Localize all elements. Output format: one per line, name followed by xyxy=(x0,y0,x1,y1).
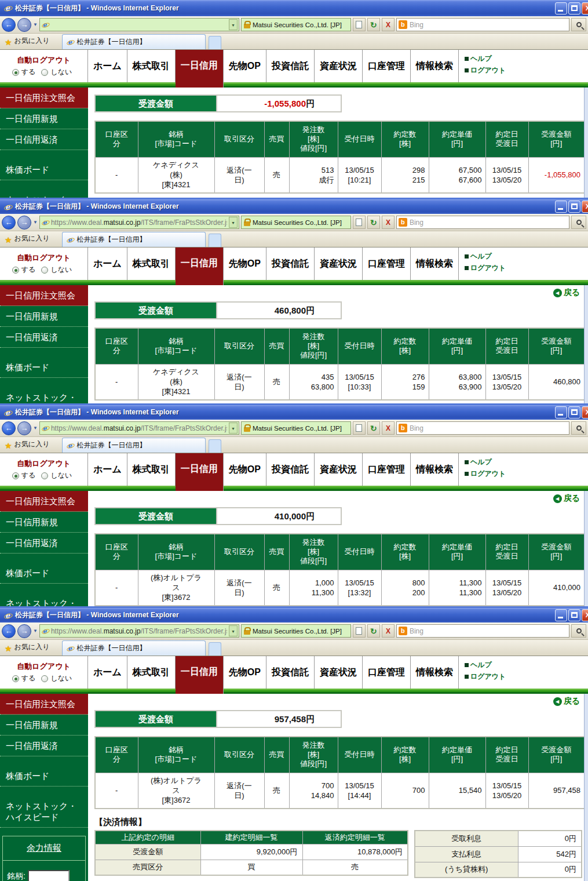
stop-button[interactable]: X xyxy=(382,18,395,31)
nav-stock-trade[interactable]: 株式取引 xyxy=(127,50,176,82)
favorites-label[interactable]: お気に入り xyxy=(14,642,50,652)
nav-stock-trade[interactable]: 株式取引 xyxy=(127,453,176,486)
browser-tab[interactable]: e 松井証券【一日信用】 xyxy=(62,640,206,656)
certificate-badge[interactable]: Matsui Securities Co.,Ltd. [JP] xyxy=(241,18,351,31)
history-dropdown-icon[interactable]: ▼ xyxy=(33,628,38,634)
sidebar-item-new-order[interactable]: 一日信用新規 xyxy=(0,512,88,533)
new-tab-stub[interactable] xyxy=(209,439,221,453)
search-input[interactable] xyxy=(410,424,567,432)
sidebar-item-new-order[interactable]: 一日信用新規 xyxy=(0,108,88,129)
close-button[interactable]: X xyxy=(582,2,588,14)
sidebar-item-repayment[interactable]: 一日信用返済 xyxy=(0,533,88,554)
search-box[interactable]: b xyxy=(396,216,569,229)
help-link[interactable]: ヘルプ xyxy=(465,660,588,670)
refresh-button[interactable]: ↻ xyxy=(367,18,380,31)
back-circle-icon[interactable]: ◀ xyxy=(553,697,562,706)
search-box[interactable]: b xyxy=(396,18,569,31)
certificate-badge[interactable]: Matsui Securities Co.,Ltd. [JP] xyxy=(241,216,351,229)
address-input[interactable]: e https://www.deal.matsui.co.jp/ITS/fram… xyxy=(39,216,239,229)
forward-button[interactable]: → xyxy=(17,421,31,435)
search-button[interactable] xyxy=(571,421,586,435)
search-box[interactable]: b xyxy=(396,421,569,435)
sidebar-item-new-order[interactable]: 一日信用新規 xyxy=(0,306,88,327)
help-link[interactable]: ヘルプ xyxy=(465,252,588,261)
radio-autologout-off[interactable] xyxy=(41,267,48,274)
maximize-button[interactable] xyxy=(568,201,580,213)
favorites-label[interactable]: お気に入り xyxy=(14,36,50,46)
nav-account-manage[interactable]: 口座管理 xyxy=(363,50,411,82)
radio-autologout-on[interactable] xyxy=(12,267,19,274)
nav-investment-trust[interactable]: 投資信託 xyxy=(266,656,315,689)
history-dropdown-icon[interactable]: ▼ xyxy=(33,425,38,431)
forward-button[interactable]: → xyxy=(17,18,31,32)
nav-day-margin[interactable]: 一日信用 xyxy=(176,50,224,88)
history-dropdown-icon[interactable]: ▼ xyxy=(33,220,38,225)
sidebar-item-order-inquiry[interactable]: 一日信用注文照会 xyxy=(0,491,88,512)
nav-account-manage[interactable]: 口座管理 xyxy=(363,247,411,280)
nav-futures-op[interactable]: 先物OP xyxy=(224,453,266,486)
nav-account-manage[interactable]: 口座管理 xyxy=(363,453,411,486)
new-tab-stub[interactable] xyxy=(209,642,221,656)
sidebar-item-repayment[interactable]: 一日信用返済 xyxy=(0,736,88,756)
sidebar-item-stock-board[interactable]: 株価ボード xyxy=(0,159,88,180)
help-link[interactable]: ヘルプ xyxy=(465,457,588,467)
refresh-button[interactable]: ↻ xyxy=(367,216,380,229)
sidebar-item-repayment[interactable]: 一日信用返済 xyxy=(0,129,88,150)
radio-autologout-on[interactable] xyxy=(12,675,19,682)
browser-tab[interactable]: e 松井証券【一日信用】 xyxy=(62,232,206,247)
close-button[interactable]: X xyxy=(582,609,588,621)
nav-investment-trust[interactable]: 投資信託 xyxy=(266,453,315,486)
sidebar-item-order-inquiry[interactable]: 一日信用注文照会 xyxy=(0,285,88,306)
back-button[interactable]: ← xyxy=(2,624,16,638)
sidebar-item-stock-board[interactable]: 株価ボード xyxy=(0,357,88,378)
nav-futures-op[interactable]: 先物OP xyxy=(224,247,266,280)
nav-info-search[interactable]: 情報検索 xyxy=(411,453,459,486)
sidebar-item-stock-board[interactable]: 株価ボード xyxy=(0,766,88,787)
minimize-button[interactable] xyxy=(555,406,567,418)
radio-autologout-off[interactable] xyxy=(41,472,48,479)
history-dropdown-icon[interactable]: ▼ xyxy=(33,22,38,27)
sidebar-item-netstock-highspeed[interactable]: ネットストック・ハイスピード xyxy=(0,796,88,828)
search-input[interactable] xyxy=(410,219,567,227)
nav-day-margin[interactable]: 一日信用 xyxy=(176,453,224,491)
nav-home[interactable]: ホーム xyxy=(88,50,127,82)
margin-info-link[interactable]: 余力情報 xyxy=(3,836,85,861)
sidebar-item-netstock-highspeed[interactable]: ネットストック・ハイスピード xyxy=(0,190,88,198)
favorites-label[interactable]: お気に入り xyxy=(14,439,50,449)
logout-link[interactable]: ログアウト xyxy=(465,672,588,682)
address-input[interactable]: e https://www.deal.matsui.co.jp/ITS/fram… xyxy=(39,421,239,435)
radio-autologout-off[interactable] xyxy=(41,675,48,682)
browser-tab[interactable]: e 松井証券【一日信用】 xyxy=(62,34,206,49)
compatibility-view-button[interactable] xyxy=(353,18,366,31)
sidebar-item-new-order[interactable]: 一日信用新規 xyxy=(0,715,88,736)
close-button[interactable]: X xyxy=(582,406,588,418)
sidebar-item-stock-board[interactable]: 株価ボード xyxy=(0,563,88,584)
compatibility-view-button[interactable] xyxy=(353,421,366,435)
stop-button[interactable]: X xyxy=(382,216,395,229)
search-button[interactable] xyxy=(571,624,586,638)
nav-info-search[interactable]: 情報検索 xyxy=(411,50,459,82)
minimize-button[interactable] xyxy=(555,2,567,14)
minimize-button[interactable] xyxy=(555,609,567,621)
back-circle-icon[interactable]: ◀ xyxy=(553,494,562,503)
back-link[interactable]: 戻る xyxy=(564,696,580,707)
nav-home[interactable]: ホーム xyxy=(88,247,127,280)
logout-link[interactable]: ログアウト xyxy=(465,263,588,273)
nav-info-search[interactable]: 情報検索 xyxy=(411,247,459,280)
nav-asset-status[interactable]: 資産状況 xyxy=(315,50,363,82)
search-box[interactable]: b xyxy=(396,624,569,638)
nav-info-search[interactable]: 情報検索 xyxy=(411,656,459,689)
address-input[interactable]: e https://www.deal.matsui.co.jp/ITS/fram… xyxy=(39,624,239,638)
close-button[interactable]: X xyxy=(582,201,588,213)
nav-day-margin[interactable]: 一日信用 xyxy=(176,656,224,694)
sidebar-item-netstock-highspeed[interactable]: ネットストック・ハイスピード xyxy=(0,387,88,403)
new-tab-stub[interactable] xyxy=(209,36,221,49)
maximize-button[interactable] xyxy=(568,406,580,418)
stop-button[interactable]: X xyxy=(382,421,395,435)
radio-autologout-off[interactable] xyxy=(41,69,48,76)
back-button[interactable]: ← xyxy=(2,18,16,32)
nav-asset-status[interactable]: 資産状況 xyxy=(315,247,363,280)
help-link[interactable]: ヘルプ xyxy=(465,54,588,64)
scrollbar-strip[interactable] xyxy=(584,285,588,403)
favorites-star-icon[interactable]: ★ xyxy=(5,38,12,47)
